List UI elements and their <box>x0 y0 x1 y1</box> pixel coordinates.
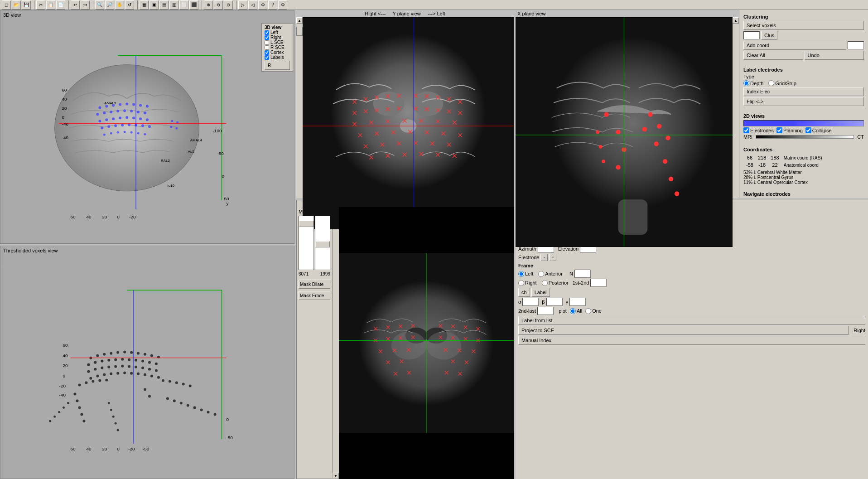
svg-point-10 <box>103 111 106 114</box>
svg-point-101 <box>148 368 151 370</box>
tb-paste[interactable]: 📄 <box>56 0 65 10</box>
clus-btn[interactable]: Clus <box>761 31 777 40</box>
frame-plot-one-radio[interactable] <box>585 308 591 314</box>
thres-max-slider[interactable] <box>299 216 314 270</box>
svg-point-133 <box>180 402 183 404</box>
tb-redo[interactable]: ↪ <box>81 0 90 10</box>
gamma-input[interactable]: 0 <box>569 298 586 306</box>
tb-open[interactable]: 📂 <box>12 0 21 10</box>
y-scroll-track <box>296 24 303 223</box>
beta-input[interactable]: 0 <box>546 298 563 306</box>
navigate-section: Navigate electrodes Array 1 TAL Elec 1 T… <box>742 190 865 198</box>
tb-zoom-out[interactable]: 🔎 <box>105 0 114 10</box>
undo-btn[interactable]: Undo <box>805 51 864 60</box>
tb-cut[interactable]: ✂ <box>36 0 45 10</box>
select-voxels-btn[interactable]: Select voxels <box>743 21 864 30</box>
elec-minus[interactable]: - <box>540 254 548 261</box>
legend-labels-check[interactable] <box>265 55 269 60</box>
flip-btn[interactable]: Flip <-> <box>743 97 864 106</box>
frame-anterior-text: Anterior <box>545 271 563 276</box>
label-from-list-btn[interactable]: Label from list <box>518 316 865 325</box>
manual-index-btn[interactable]: Manual Index <box>518 336 865 345</box>
tb-hand[interactable]: ✋ <box>115 0 124 10</box>
z-plane-mri[interactable] <box>339 207 514 479</box>
legend-labels-label: Labels <box>270 55 284 60</box>
mri-slider[interactable] <box>756 135 854 139</box>
z-scroll-down[interactable]: ▼ <box>333 473 339 479</box>
svg-point-345 <box>675 191 679 196</box>
ch-btn[interactable]: ch <box>518 288 530 297</box>
first-second-input[interactable]: 0 <box>590 279 607 287</box>
bottom-middle: Thres Max Min 3071 1999 <box>296 200 514 479</box>
svg-point-105 <box>103 373 106 376</box>
tb-gear2[interactable]: ⚙ <box>278 0 287 10</box>
depth-radio[interactable] <box>743 80 749 86</box>
y-scroll-up[interactable]: ▲ <box>296 17 303 24</box>
3d-view-brain[interactable]: 3D view <box>0 10 294 244</box>
2d-bar-fill <box>744 121 863 126</box>
tb-b4[interactable]: ▥ <box>169 0 178 10</box>
mask-dilate-btn[interactable]: Mask Dilate <box>299 280 330 289</box>
frame-posterior-radio[interactable] <box>542 280 548 286</box>
legend-right-check[interactable] <box>265 35 269 40</box>
tb-d2[interactable]: ◁ <box>248 0 257 10</box>
clustering-input-64[interactable]: 64 <box>743 31 760 39</box>
y-scroll-thumb[interactable] <box>296 27 303 36</box>
frame-right-radio[interactable] <box>518 280 524 286</box>
electrodes-check[interactable] <box>743 127 749 133</box>
x-scroll-up[interactable]: ▲ <box>733 17 739 24</box>
alpha-input[interactable]: 0 <box>522 298 539 306</box>
tb-b5[interactable]: ⬜ <box>179 0 188 10</box>
frame-plot-all-radio[interactable] <box>570 308 576 314</box>
legend-left-check[interactable] <box>265 30 269 35</box>
coord-y1: 218 <box>756 155 768 161</box>
tb-b3[interactable]: ▤ <box>159 0 169 10</box>
tb-undo[interactable]: ↩ <box>71 0 80 10</box>
tb-new[interactable]: ◻ <box>2 0 11 10</box>
tb-zoom-in[interactable]: 🔍 <box>95 0 104 10</box>
thres-max-thumb[interactable] <box>299 221 313 227</box>
tb-help[interactable]: ? <box>268 0 277 10</box>
tb-b1[interactable]: ▦ <box>140 0 149 10</box>
svg-point-92 <box>87 370 90 373</box>
planning-check[interactable] <box>776 127 782 133</box>
tb-copy[interactable]: 📋 <box>46 0 55 10</box>
tb-rotate[interactable]: ↺ <box>125 0 134 10</box>
second-last-input[interactable]: 0 <box>537 307 554 315</box>
svg-point-16 <box>144 111 146 114</box>
grid-radio[interactable] <box>768 80 774 86</box>
tb-save[interactable]: 💾 <box>22 0 31 10</box>
elec-plus[interactable]: + <box>549 254 556 261</box>
tb-d1[interactable]: ▷ <box>238 0 247 10</box>
x-plane-mri[interactable] <box>516 17 733 247</box>
mri-ct-row: MRI CT <box>743 134 864 140</box>
clear-all-btn[interactable]: Clear All <box>743 51 803 60</box>
index-elec-btn[interactable]: Index Elec <box>743 87 864 96</box>
legend-r-btn[interactable]: R <box>265 61 290 70</box>
label-btn[interactable]: Label <box>531 288 550 297</box>
project-sce-btn[interactable]: Project to SCE <box>518 326 849 335</box>
legend-lsce-check[interactable] <box>265 40 269 45</box>
legend-cortex-check[interactable] <box>265 50 269 55</box>
svg-text:60: 60 <box>63 342 68 347</box>
y-plane-mri[interactable] <box>303 17 514 229</box>
add-coord-val[interactable]: 0 <box>848 41 864 49</box>
thresholded-view[interactable]: Thresholded voxels view <box>0 246 294 479</box>
thres-min-slider[interactable] <box>315 216 330 270</box>
tb-b6[interactable]: ⬛ <box>189 0 198 10</box>
frame-left-radio[interactable] <box>518 271 524 277</box>
collapse-check[interactable] <box>805 127 811 133</box>
frame-anterior-radio[interactable] <box>538 271 544 277</box>
tb-c3[interactable]: ⊙ <box>224 0 233 10</box>
add-coord-btn[interactable]: Add coord <box>743 41 846 50</box>
legend-rsce-check[interactable] <box>265 45 269 50</box>
frame-anterior-label: Anterior <box>538 271 563 277</box>
tb-settings[interactable]: ⚙ <box>258 0 267 10</box>
thres-min-thumb[interactable] <box>315 241 330 247</box>
tb-c1[interactable]: ⊕ <box>204 0 213 10</box>
tb-c2[interactable]: ⊖ <box>214 0 223 10</box>
tb-b2[interactable]: ▣ <box>149 0 159 10</box>
mask-erode-btn[interactable]: Mask Erode <box>299 291 330 300</box>
planning-check-label: Planning <box>776 127 803 133</box>
n-input[interactable]: 0 <box>574 270 591 278</box>
